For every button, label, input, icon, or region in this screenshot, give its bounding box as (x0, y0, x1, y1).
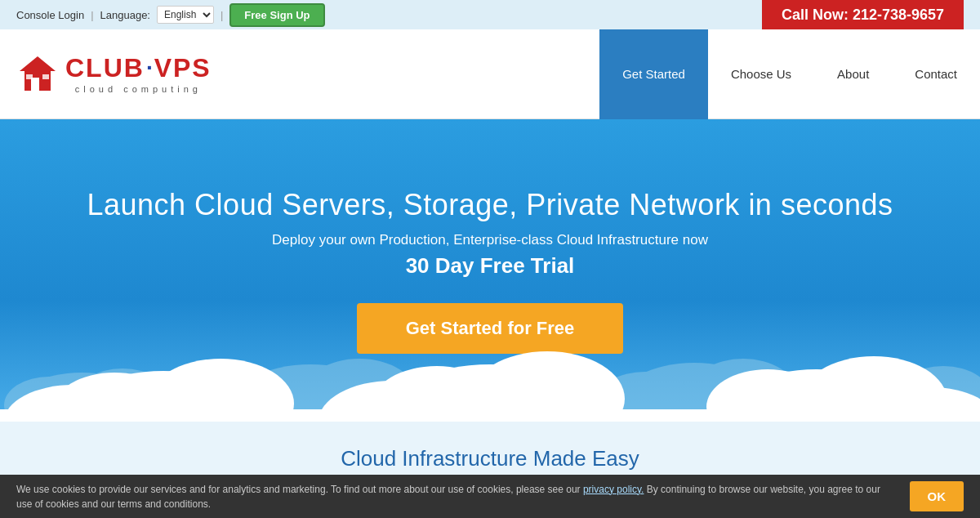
hero-trial: 30 Day Free Trial (406, 253, 575, 279)
svg-rect-2 (31, 78, 39, 91)
svg-rect-30 (0, 422, 980, 446)
logo-vps: VPS (154, 55, 212, 81)
cookie-ok-button[interactable]: OK (910, 481, 964, 511)
logo-subtitle: cloud computing (65, 84, 212, 94)
nav-contact[interactable]: Contact (892, 29, 980, 119)
logo-club: CLUB (65, 55, 145, 81)
cookie-text: We use cookies to provide our services a… (16, 482, 893, 511)
logo-area: CLUB · VPS cloud computing (16, 53, 599, 96)
privacy-policy-link[interactable]: privacy policy. (583, 484, 644, 495)
logo-icon (16, 53, 59, 96)
svg-rect-4 (42, 74, 49, 79)
top-bar-left: Console Login | Language: English | Free… (16, 3, 325, 27)
below-hero-title: Cloud Infrastructure Made Easy (341, 446, 639, 471)
svg-marker-0 (20, 56, 56, 71)
top-bar: Console Login | Language: English | Free… (0, 0, 980, 29)
nav-get-started[interactable]: Get Started (599, 29, 708, 119)
logo-container: CLUB · VPS cloud computing (16, 53, 212, 96)
cookie-bar: We use cookies to provide our services a… (0, 475, 980, 518)
svg-rect-3 (26, 74, 33, 79)
header: CLUB · VPS cloud computing Get Started C… (0, 29, 980, 119)
call-now-button[interactable]: Call Now: 212-738-9657 (762, 0, 964, 29)
cookie-text-part1: We use cookies to provide our services a… (16, 484, 583, 495)
logo-text-block: CLUB · VPS cloud computing (65, 55, 212, 94)
main-nav: Get Started Choose Us About Contact (599, 29, 980, 119)
console-login-link[interactable]: Console Login (16, 9, 84, 21)
language-label: Language: (100, 9, 150, 21)
separator: | (91, 9, 93, 21)
free-signup-button[interactable]: Free Sign Up (229, 3, 324, 27)
nav-about[interactable]: About (814, 29, 892, 119)
hero-subheadline: Deploy your own Production, Enterprise-c… (272, 232, 708, 248)
hero-section: Launch Cloud Servers, Storage, Private N… (0, 119, 980, 422)
logo-dot: · (146, 56, 153, 79)
nav-choose-us[interactable]: Choose Us (708, 29, 814, 119)
language-select[interactable]: English (157, 6, 214, 24)
top-bar-pipe: | (220, 9, 223, 21)
hero-headline: Launch Cloud Servers, Storage, Private N… (87, 188, 893, 222)
